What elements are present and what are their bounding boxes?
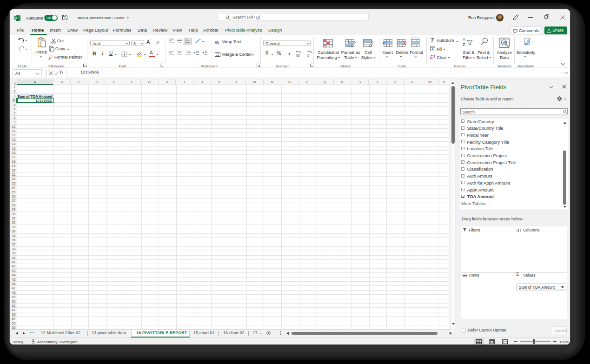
svg-text:.00: .00 bbox=[296, 54, 300, 57]
svg-text:0: 0 bbox=[311, 50, 312, 53]
svg-text:.0: .0 bbox=[307, 54, 310, 57]
svg-text:ab: ab bbox=[215, 40, 219, 43]
svg-text:X: X bbox=[15, 16, 17, 20]
svg-text:0: 0 bbox=[299, 50, 301, 53]
